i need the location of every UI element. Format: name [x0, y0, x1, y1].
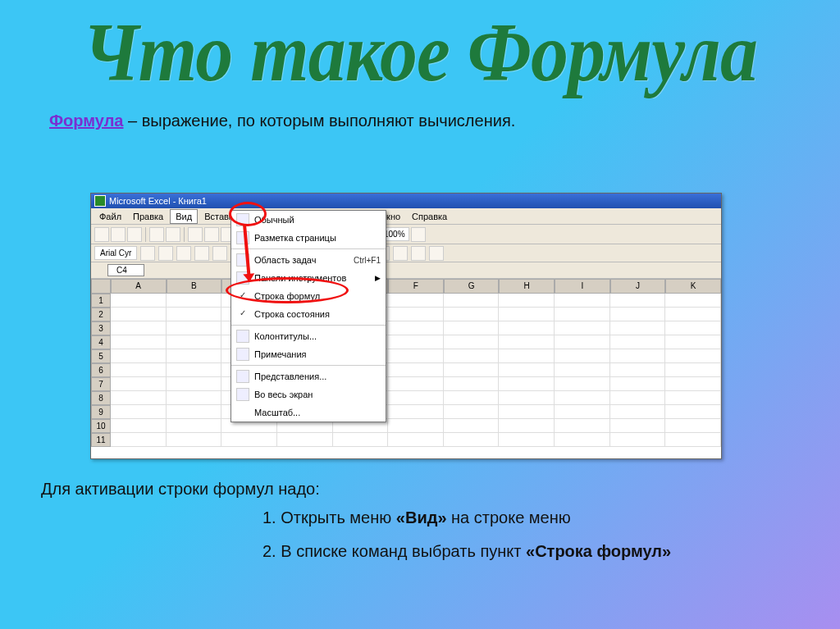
mi-page-layout[interactable]: Разметка страницы	[231, 229, 386, 247]
menubar[interactable]: Файл Правка Вид Вставка Формат Сервис Да…	[91, 208, 721, 225]
menu-file[interactable]: Файл	[94, 210, 126, 223]
check-icon: ✓	[236, 308, 249, 321]
mi-comments[interactable]: Примечания	[231, 345, 386, 363]
steps-list: Открыть меню «Вид» на строке меню В спис…	[262, 508, 788, 576]
definition-text: Формула – выражение, по которым выполняю…	[49, 112, 840, 130]
copy-icon[interactable]	[204, 227, 219, 242]
comments-icon	[236, 348, 249, 361]
fullscreen-icon	[236, 388, 249, 401]
bold-icon[interactable]	[140, 246, 155, 261]
mi-fullscreen[interactable]: Во весь экран	[231, 385, 386, 403]
row-headers: 1 2 3 4 5 6 7 8 9 10 11	[91, 294, 111, 447]
mi-task-pane[interactable]: Область задачCtrl+F1	[231, 251, 386, 269]
name-box[interactable]: C4	[107, 264, 144, 276]
mi-status-bar[interactable]: ✓Строка состояния	[231, 305, 386, 323]
spreadsheet-grid[interactable]: A B C D E F G H I J K 1 2 3 4 5 6 7 8 9 …	[91, 279, 721, 458]
excel-screenshot: Microsoft Excel - Книга1 Файл Правка Вид…	[90, 193, 722, 459]
definition-term: Формула	[49, 112, 123, 130]
underline-icon[interactable]	[176, 246, 191, 261]
step-1: Открыть меню «Вид» на строке меню	[262, 508, 788, 527]
definition-body: – выражение, по которым выполняют вычисл…	[123, 112, 515, 130]
submenu-arrow-icon: ▶	[375, 274, 381, 282]
help-icon[interactable]	[411, 227, 426, 242]
new-icon[interactable]	[94, 227, 109, 242]
menu-help[interactable]: Справка	[407, 210, 452, 223]
fill-icon[interactable]	[411, 246, 426, 261]
italic-icon[interactable]	[158, 246, 173, 261]
mi-views[interactable]: Представления...	[231, 367, 386, 385]
step-2: В списке команд выбрать пункт «Строка фо…	[262, 542, 788, 561]
check-icon: ✓	[236, 289, 249, 303]
format-toolbar: Arial Cyr	[91, 244, 721, 262]
menu-edit[interactable]: Правка	[128, 210, 168, 223]
window-title: Microsoft Excel - Книга1	[109, 196, 207, 206]
mi-zoom[interactable]: Масштаб...	[231, 403, 386, 422]
cut-icon[interactable]	[188, 227, 203, 242]
column-headers: A B C D E F G H I J K	[91, 279, 721, 294]
namebox-row: C4	[91, 262, 721, 279]
preview-icon[interactable]	[166, 227, 180, 242]
mi-headers-footers[interactable]: Колонтитулы...	[231, 327, 386, 345]
views-icon	[236, 370, 249, 383]
print-icon[interactable]	[149, 227, 164, 242]
slide-title: Что такое Формула	[0, 0, 840, 100]
font-combo[interactable]: Arial Cyr	[94, 246, 137, 260]
font-color-icon[interactable]	[429, 246, 444, 261]
header-footer-icon	[236, 330, 249, 343]
mi-normal[interactable]: Обычный	[231, 211, 386, 229]
titlebar: Microsoft Excel - Книга1	[91, 194, 721, 208]
view-dropdown[interactable]: Обычный Разметка страницы Область задачC…	[231, 210, 386, 422]
borders-icon[interactable]	[393, 246, 408, 261]
save-icon[interactable]	[127, 227, 142, 242]
open-icon[interactable]	[111, 227, 126, 242]
align-center-icon[interactable]	[212, 246, 227, 261]
menu-view[interactable]: Вид	[170, 209, 198, 224]
mi-formula-bar[interactable]: ✓Строка формул	[231, 287, 386, 305]
instruction-text: Для активации строки формул надо:	[41, 480, 320, 499]
standard-toolbar: 100%	[91, 225, 721, 244]
align-left-icon[interactable]	[194, 246, 209, 261]
excel-icon	[94, 195, 106, 207]
